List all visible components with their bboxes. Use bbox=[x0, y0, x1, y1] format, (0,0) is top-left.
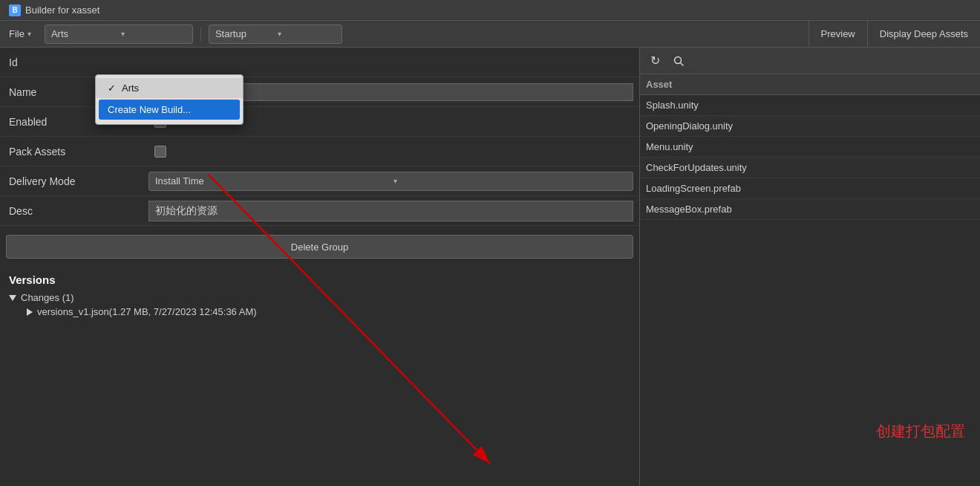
versions-title: Versions bbox=[9, 273, 630, 286]
arts-dropdown-menu: ✓ Arts Create New Build... bbox=[95, 74, 244, 125]
asset-item-1[interactable]: OpeningDialog.unity bbox=[640, 116, 980, 137]
menu-separator bbox=[200, 27, 201, 42]
title-text: Builder for xasset bbox=[25, 4, 99, 16]
startup-selector-container: Startup ▾ bbox=[204, 25, 347, 44]
app-icon: B bbox=[9, 4, 21, 16]
delivery-mode-select[interactable]: Install Time ▾ bbox=[148, 172, 633, 191]
delete-group-button[interactable]: Delete Group bbox=[6, 235, 633, 259]
svg-line-3 bbox=[681, 62, 684, 65]
asset-column-header: Asset bbox=[640, 74, 980, 95]
form-row-delivery-mode: Delivery Mode Install Time ▾ bbox=[0, 166, 639, 196]
right-toolbar: ↻ bbox=[640, 48, 980, 74]
desc-label: Desc bbox=[0, 205, 148, 217]
versions-item[interactable]: versions_v1.json(1.27 MB, 7/27/2023 12:4… bbox=[9, 305, 630, 319]
startup-selector[interactable]: Startup ▾ bbox=[209, 25, 342, 44]
pack-assets-checkbox-container bbox=[148, 146, 172, 158]
arts-selector[interactable]: Arts ▾ bbox=[45, 25, 193, 44]
asset-item-3[interactable]: CheckForUpdates.unity bbox=[640, 158, 980, 178]
asset-item-5[interactable]: MessageBox.prefab bbox=[640, 199, 980, 220]
right-tabs: Preview Display Deep Assets bbox=[808, 21, 980, 48]
expand-icon bbox=[27, 308, 33, 316]
asset-item-0[interactable]: Splash.unity bbox=[640, 95, 980, 116]
chevron-delivery-icon: ▾ bbox=[393, 177, 627, 185]
form-row-pack-assets: Pack Assets bbox=[0, 137, 639, 166]
left-panel: Id Name Enabled Pack Assets bbox=[0, 48, 640, 486]
dropdown-item-create-new-build[interactable]: Create New Build... bbox=[99, 100, 240, 120]
form-row-id: Id bbox=[0, 48, 639, 77]
checkmark-icon: ✓ bbox=[108, 82, 116, 94]
main-layout: Id Name Enabled Pack Assets bbox=[0, 48, 980, 486]
pack-assets-checkbox[interactable] bbox=[154, 146, 166, 158]
chevron-startup-icon: ▾ bbox=[278, 30, 336, 38]
right-panel: ↻ Asset Splash.unity OpeningDialog.unity… bbox=[640, 48, 980, 486]
asset-item-4[interactable]: LoadingScreen.prefab bbox=[640, 178, 980, 199]
id-label: Id bbox=[0, 56, 148, 68]
changes-row[interactable]: Changes (1) bbox=[9, 291, 630, 305]
tab-display-deep-assets[interactable]: Display Deep Assets bbox=[867, 21, 980, 48]
menu-file[interactable]: File ▾ bbox=[0, 21, 40, 47]
refresh-button[interactable]: ↻ bbox=[646, 52, 664, 70]
asset-item-2[interactable]: Menu.unity bbox=[640, 137, 980, 158]
menu-bar: File ▾ Arts ▾ Startup ▾ Preview Display … bbox=[0, 21, 980, 48]
title-bar: B Builder for xasset bbox=[0, 0, 980, 21]
search-button[interactable] bbox=[670, 52, 687, 70]
form-row-desc: Desc 初始化的资源 bbox=[0, 196, 639, 226]
annotation-text: 创建打包配置 bbox=[876, 421, 965, 441]
dropdown-item-arts[interactable]: ✓ Arts bbox=[96, 78, 243, 98]
tab-preview[interactable]: Preview bbox=[808, 21, 867, 48]
arts-selector-container: Arts ▾ bbox=[40, 25, 197, 44]
collapse-icon bbox=[9, 295, 16, 301]
pack-assets-label: Pack Assets bbox=[0, 146, 148, 158]
chevron-down-icon: ▾ bbox=[121, 30, 186, 38]
delivery-mode-label: Delivery Mode bbox=[0, 175, 148, 187]
versions-section: Versions Changes (1) versions_v1.json(1.… bbox=[0, 268, 639, 325]
desc-value[interactable]: 初始化的资源 bbox=[148, 201, 633, 221]
